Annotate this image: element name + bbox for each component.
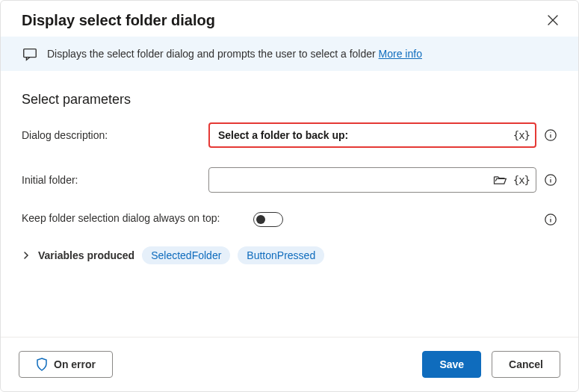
info-banner: Displays the select folder dialog and pr… xyxy=(1,37,578,71)
insert-variable-button[interactable]: {x} xyxy=(510,128,533,143)
input-dialog-description[interactable] xyxy=(217,128,510,142)
folder-open-icon xyxy=(492,173,507,187)
cancel-button[interactable]: Cancel xyxy=(492,351,560,378)
dialog-footer: On error Save Cancel xyxy=(1,337,578,391)
toggle-keep-on-top[interactable] xyxy=(253,212,283,227)
section-title: Select parameters xyxy=(22,92,557,108)
variable-token-icon: {x} xyxy=(513,129,530,141)
on-error-button[interactable]: On error xyxy=(19,351,113,378)
input-wrap-initial-folder: {x} xyxy=(208,167,536,193)
close-icon xyxy=(547,14,559,26)
dialog-window: Display select folder dialog Displays th… xyxy=(0,0,579,392)
chevron-right-icon xyxy=(22,251,31,260)
info-icon[interactable] xyxy=(544,173,557,187)
row-dialog-description: Dialog description: {x} xyxy=(22,122,557,148)
variable-chip-selectedfolder[interactable]: SelectedFolder xyxy=(142,246,230,264)
info-icon[interactable] xyxy=(544,128,557,142)
label-keep-on-top: Keep folder selection dialog always on t… xyxy=(22,212,253,224)
banner-text: Displays the select folder dialog and pr… xyxy=(47,48,422,60)
expand-variables-button[interactable] xyxy=(22,251,31,260)
svg-point-6 xyxy=(550,217,551,217)
toggle-knob xyxy=(256,215,265,224)
row-keep-on-top: Keep folder selection dialog always on t… xyxy=(22,212,557,227)
variables-label: Variables produced xyxy=(38,249,134,261)
variable-token-icon: {x} xyxy=(513,174,530,186)
info-icon[interactable] xyxy=(544,213,557,226)
shield-icon xyxy=(36,358,48,371)
comment-icon xyxy=(22,46,38,62)
dialog-body: Select parameters Dialog description: {x… xyxy=(1,71,578,337)
svg-point-2 xyxy=(550,132,551,133)
input-initial-folder[interactable] xyxy=(217,173,489,187)
row-initial-folder: Initial folder: {x} xyxy=(22,167,557,193)
close-button[interactable] xyxy=(544,11,562,29)
variable-chip-buttonpressed[interactable]: ButtonPressed xyxy=(238,246,324,264)
label-initial-folder: Initial folder: xyxy=(22,174,208,186)
svg-point-4 xyxy=(550,177,551,178)
svg-rect-0 xyxy=(24,49,37,57)
variables-produced-row: Variables produced SelectedFolder Button… xyxy=(22,246,557,264)
browse-folder-button[interactable] xyxy=(489,172,510,188)
dialog-header: Display select folder dialog xyxy=(1,1,578,37)
input-wrap-dialog-description: {x} xyxy=(208,122,536,148)
more-info-link[interactable]: More info xyxy=(379,48,422,60)
label-dialog-description: Dialog description: xyxy=(22,129,208,141)
save-button[interactable]: Save xyxy=(422,351,481,378)
dialog-title: Display select folder dialog xyxy=(22,12,215,29)
insert-variable-button-2[interactable]: {x} xyxy=(510,172,533,187)
